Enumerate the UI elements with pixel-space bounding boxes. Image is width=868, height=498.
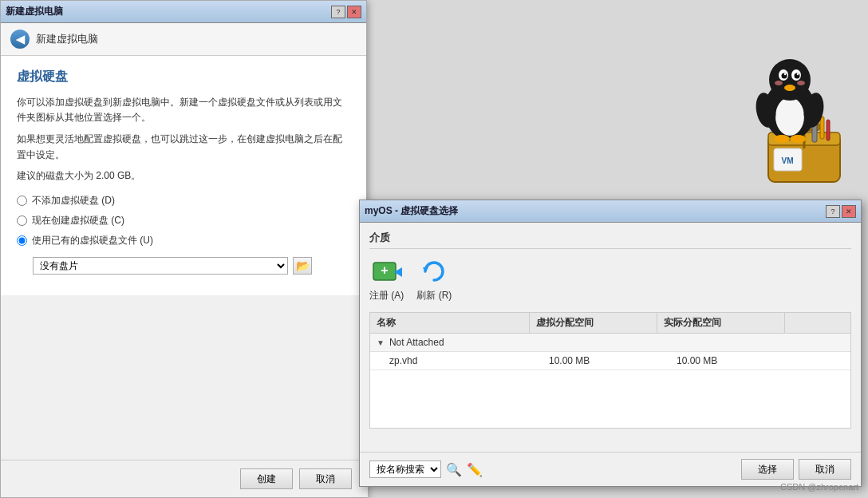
dialog-toolbar: + 注册 (A) 刷新 (R)	[369, 257, 851, 302]
disk-select-button[interactable]: 选择	[741, 459, 794, 480]
table-body: ▼ Not Attached zp.vhd 10.00 MB 10.00 MB	[369, 333, 851, 429]
svg-text:+: +	[381, 263, 388, 277]
back-button[interactable]: ◀	[10, 30, 30, 49]
wizard-title-text: 新建虚拟电脑	[6, 5, 63, 18]
search-row: 按名称搜索 🔍 ✏️	[369, 460, 483, 478]
disk-dialog-footer: 按名称搜索 🔍 ✏️ 选择 取消	[360, 452, 861, 486]
radio-use-existing[interactable]: 使用已有的虚拟硬盘文件 (U)	[17, 234, 350, 247]
dialog-action-buttons: 选择 取消	[741, 459, 851, 480]
browse-folder-button[interactable]: 📂	[293, 257, 312, 275]
svg-point-18	[784, 85, 795, 91]
table-cell-virtual: 10.00 MB	[530, 352, 657, 370]
wizard-title-bar: 新建虚拟电脑 ? ✕	[1, 1, 366, 23]
wizard-title-buttons: ? ✕	[331, 6, 361, 18]
svg-rect-6	[827, 120, 830, 140]
svg-point-21	[774, 135, 790, 143]
radio-use-existing-label: 使用已有的虚拟硬盘文件 (U)	[32, 234, 153, 247]
disk-dialog-title-buttons: ? ✕	[826, 205, 856, 218]
disk-dialog-title-text: myOS - 虚拟硬盘选择	[365, 204, 458, 218]
disk-dialog-title-bar: myOS - 虚拟硬盘选择 ? ✕	[360, 200, 861, 223]
radio-create-new-input[interactable]	[17, 215, 27, 226]
register-toolbar-item[interactable]: + 注册 (A)	[369, 257, 404, 302]
search-select[interactable]: 按名称搜索	[369, 460, 441, 478]
edit-icon: ✏️	[467, 462, 483, 477]
radio-no-disk-input[interactable]	[17, 196, 27, 206]
svg-point-24	[797, 81, 805, 85]
svg-point-17	[797, 73, 799, 75]
disk-file-select[interactable]: 没有盘片	[33, 257, 288, 275]
table-header-actual: 实际分配空间	[657, 313, 785, 333]
refresh-toolbar-item[interactable]: 刷新 (R)	[416, 257, 452, 302]
wizard-nav: ◀ 新建虚拟电脑	[1, 23, 366, 56]
disk-dialog-close-button[interactable]: ✕	[842, 205, 856, 218]
group-triangle-icon: ▼	[377, 338, 385, 347]
table-header: 名称 虚拟分配空间 实际分配空间	[369, 312, 851, 333]
disk-dialog-help-button[interactable]: ?	[826, 205, 840, 218]
search-icon: 🔍	[446, 462, 462, 477]
create-button[interactable]: 创建	[240, 468, 293, 489]
svg-point-11	[769, 59, 811, 101]
table-cell-actual: 10.00 MB	[657, 352, 785, 370]
wizard-footer: 创建 取消	[1, 460, 368, 497]
disk-dialog: myOS - 虚拟硬盘选择 ? ✕ 介质 + 注册 (A)	[359, 200, 862, 487]
dialog-section-title: 介质	[369, 231, 851, 249]
table-header-virtual: 虚拟分配空间	[530, 313, 657, 333]
radio-group: 不添加虚拟硬盘 (D) 现在创建虚拟硬盘 (C) 使用已有的虚拟硬盘文件 (U)	[17, 194, 350, 247]
cancel-wizard-button[interactable]: 取消	[299, 468, 352, 489]
watermark: CSDN @zhropenart	[780, 482, 858, 492]
svg-point-22	[790, 135, 806, 143]
penguin-svg: VM	[724, 30, 852, 190]
svg-point-16	[784, 73, 786, 75]
svg-point-10	[775, 97, 804, 136]
svg-point-23	[775, 81, 783, 85]
radio-no-disk-label: 不添加虚拟硬盘 (D)	[32, 194, 115, 208]
table-cell-name: zp.vhd	[370, 352, 530, 370]
refresh-svg	[419, 258, 449, 285]
radio-use-existing-input[interactable]	[17, 235, 27, 246]
section-title: 虚拟硬盘	[17, 69, 350, 85]
register-label: 注册 (A)	[369, 289, 404, 302]
register-svg: +	[372, 258, 402, 285]
disk-dialog-body: 介质 + 注册 (A)	[360, 223, 861, 437]
wizard-window: 新建虚拟电脑 ? ✕ ◀ 新建虚拟电脑 虚拟硬盘 你可以添加虚拟硬盘到新虚拟电脑…	[0, 0, 367, 498]
table-row[interactable]: zp.vhd 10.00 MB 10.00 MB	[370, 352, 850, 370]
help-button[interactable]: ?	[331, 6, 345, 18]
register-icon: +	[371, 257, 403, 286]
refresh-label: 刷新 (R)	[416, 289, 452, 302]
wizard-body: 虚拟硬盘 你可以添加虚拟硬盘到新虚拟电脑中。新建一个虚拟硬盘文件或从列表或用文件…	[1, 56, 366, 295]
svg-text:VM: VM	[782, 156, 794, 165]
svg-rect-5	[820, 117, 824, 139]
radio-create-new[interactable]: 现在创建虚拟硬盘 (C)	[17, 214, 350, 227]
table-header-name: 名称	[370, 313, 530, 333]
wizard-desc2: 如果想更灵活地配置虚拟硬盘，也可以跳过这一步，在创建虚拟电脑之后在配置中设定。	[17, 132, 350, 162]
disk-file-row: 没有盘片 📂	[33, 257, 350, 275]
refresh-icon	[418, 257, 450, 286]
disk-cancel-button[interactable]: 取消	[799, 459, 851, 480]
group-label: Not Attached	[389, 337, 444, 348]
folder-icon: 📂	[296, 259, 310, 272]
wizard-nav-title: 新建虚拟电脑	[36, 32, 98, 46]
svg-marker-28	[423, 267, 428, 273]
radio-no-disk[interactable]: 不添加虚拟硬盘 (D)	[17, 194, 350, 208]
group-row-not-attached[interactable]: ▼ Not Attached	[370, 334, 850, 352]
wizard-desc1: 你可以添加虚拟硬盘到新虚拟电脑中。新建一个虚拟硬盘文件或从列表或用文件夹图标从其…	[17, 95, 350, 125]
close-button[interactable]: ✕	[347, 6, 361, 18]
radio-create-new-label: 现在创建虚拟硬盘 (C)	[32, 214, 124, 227]
wizard-recommendation: 建议的磁盘大小为 2.00 GB。	[17, 169, 350, 183]
